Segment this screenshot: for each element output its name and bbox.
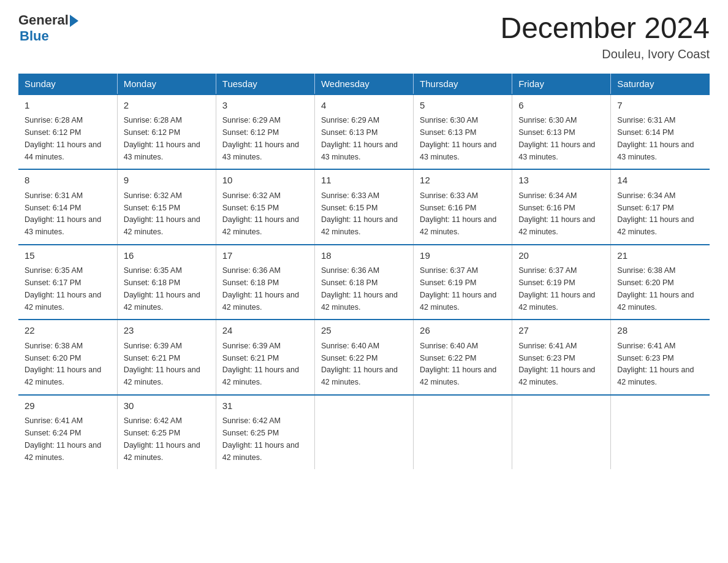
day-number: 24 [222,324,308,338]
day-number: 20 [518,249,604,263]
day-number: 16 [124,249,210,263]
day-number: 14 [617,174,703,188]
day-info: Sunrise: 6:33 AMSunset: 6:16 PMDaylight:… [420,191,496,236]
day-number: 29 [25,399,111,413]
day-number: 9 [124,174,210,188]
day-number: 8 [25,174,111,188]
calendar-week-row: 22Sunrise: 6:38 AMSunset: 6:20 PMDayligh… [18,320,710,395]
day-info: Sunrise: 6:36 AMSunset: 6:18 PMDaylight:… [222,266,299,311]
day-number: 4 [321,99,407,113]
col-sunday: Sunday [18,74,117,94]
col-friday: Friday [512,74,611,94]
table-row: 16Sunrise: 6:35 AMSunset: 6:18 PMDayligh… [117,245,216,320]
table-row: 10Sunrise: 6:32 AMSunset: 6:15 PMDayligh… [216,169,314,245]
table-row: 9Sunrise: 6:32 AMSunset: 6:15 PMDaylight… [117,169,216,245]
day-number: 10 [222,174,308,188]
table-row: 27Sunrise: 6:41 AMSunset: 6:23 PMDayligh… [512,320,611,395]
calendar-week-row: 15Sunrise: 6:35 AMSunset: 6:17 PMDayligh… [18,245,710,320]
table-row: 24Sunrise: 6:39 AMSunset: 6:21 PMDayligh… [216,320,314,395]
day-info: Sunrise: 6:40 AMSunset: 6:22 PMDaylight:… [420,342,496,386]
table-row [512,395,611,470]
table-row: 8Sunrise: 6:31 AMSunset: 6:14 PMDaylight… [18,169,117,245]
day-info: Sunrise: 6:42 AMSunset: 6:25 PMDaylight:… [222,416,299,461]
day-number: 21 [617,249,703,263]
day-number: 30 [124,399,210,413]
day-number: 6 [518,99,604,113]
day-number: 2 [124,99,210,113]
logo-general-text: General [18,12,69,28]
calendar-table: Sunday Monday Tuesday Wednesday Thursday… [18,74,710,470]
col-thursday: Thursday [414,74,512,94]
logo: General Blue [18,12,78,44]
table-row: 1Sunrise: 6:28 AMSunset: 6:12 PMDaylight… [18,94,117,170]
day-info: Sunrise: 6:30 AMSunset: 6:13 PMDaylight:… [420,116,496,161]
day-info: Sunrise: 6:41 AMSunset: 6:24 PMDaylight:… [25,416,101,461]
day-info: Sunrise: 6:30 AMSunset: 6:13 PMDaylight:… [518,116,595,161]
day-info: Sunrise: 6:40 AMSunset: 6:22 PMDaylight:… [321,342,398,386]
day-info: Sunrise: 6:28 AMSunset: 6:12 PMDaylight:… [124,116,200,161]
logo-top: General [18,12,78,28]
table-row: 29Sunrise: 6:41 AMSunset: 6:24 PMDayligh… [18,395,117,470]
title-section: December 2024 Douleu, Ivory Coast [500,12,710,61]
day-info: Sunrise: 6:32 AMSunset: 6:15 PMDaylight:… [222,191,299,236]
table-row: 13Sunrise: 6:34 AMSunset: 6:16 PMDayligh… [512,169,611,245]
day-info: Sunrise: 6:38 AMSunset: 6:20 PMDaylight:… [25,342,101,386]
day-number: 31 [222,399,308,413]
day-info: Sunrise: 6:41 AMSunset: 6:23 PMDaylight:… [518,342,595,386]
day-info: Sunrise: 6:42 AMSunset: 6:25 PMDaylight:… [124,416,200,461]
day-info: Sunrise: 6:39 AMSunset: 6:21 PMDaylight:… [222,342,299,386]
day-number: 27 [518,324,604,338]
day-number: 13 [518,174,604,188]
day-info: Sunrise: 6:39 AMSunset: 6:21 PMDaylight:… [124,342,200,386]
table-row [414,395,512,470]
day-info: Sunrise: 6:34 AMSunset: 6:16 PMDaylight:… [518,191,595,236]
day-number: 23 [124,324,210,338]
day-number: 1 [25,99,111,113]
day-info: Sunrise: 6:32 AMSunset: 6:15 PMDaylight:… [124,191,200,236]
day-number: 26 [420,324,506,338]
logo-blue-text: Blue [20,28,49,44]
table-row: 20Sunrise: 6:37 AMSunset: 6:19 PMDayligh… [512,245,611,320]
calendar-week-row: 29Sunrise: 6:41 AMSunset: 6:24 PMDayligh… [18,395,710,470]
table-row: 23Sunrise: 6:39 AMSunset: 6:21 PMDayligh… [117,320,216,395]
day-info: Sunrise: 6:37 AMSunset: 6:19 PMDaylight:… [420,266,496,311]
month-year-title: December 2024 [500,12,710,45]
table-row: 14Sunrise: 6:34 AMSunset: 6:17 PMDayligh… [611,169,710,245]
table-row: 19Sunrise: 6:37 AMSunset: 6:19 PMDayligh… [414,245,512,320]
calendar-header-row: Sunday Monday Tuesday Wednesday Thursday… [18,74,710,94]
location-subtitle: Douleu, Ivory Coast [500,47,710,61]
day-info: Sunrise: 6:35 AMSunset: 6:17 PMDaylight:… [25,266,101,311]
table-row [611,395,710,470]
table-row: 2Sunrise: 6:28 AMSunset: 6:12 PMDaylight… [117,94,216,170]
col-wednesday: Wednesday [314,74,413,94]
table-row: 4Sunrise: 6:29 AMSunset: 6:13 PMDaylight… [314,94,413,170]
day-number: 7 [617,99,703,113]
table-row: 12Sunrise: 6:33 AMSunset: 6:16 PMDayligh… [414,169,512,245]
table-row: 21Sunrise: 6:38 AMSunset: 6:20 PMDayligh… [611,245,710,320]
page-header: General Blue December 2024 Douleu, Ivory… [18,12,710,61]
day-number: 25 [321,324,407,338]
day-number: 22 [25,324,111,338]
table-row: 22Sunrise: 6:38 AMSunset: 6:20 PMDayligh… [18,320,117,395]
day-info: Sunrise: 6:36 AMSunset: 6:18 PMDaylight:… [321,266,398,311]
day-info: Sunrise: 6:35 AMSunset: 6:18 PMDaylight:… [124,266,200,311]
table-row: 31Sunrise: 6:42 AMSunset: 6:25 PMDayligh… [216,395,314,470]
day-info: Sunrise: 6:38 AMSunset: 6:20 PMDaylight:… [617,266,694,311]
day-info: Sunrise: 6:28 AMSunset: 6:12 PMDaylight:… [25,116,101,161]
table-row: 18Sunrise: 6:36 AMSunset: 6:18 PMDayligh… [314,245,413,320]
table-row: 15Sunrise: 6:35 AMSunset: 6:17 PMDayligh… [18,245,117,320]
table-row: 11Sunrise: 6:33 AMSunset: 6:15 PMDayligh… [314,169,413,245]
table-row: 25Sunrise: 6:40 AMSunset: 6:22 PMDayligh… [314,320,413,395]
day-number: 12 [420,174,506,188]
table-row: 3Sunrise: 6:29 AMSunset: 6:12 PMDaylight… [216,94,314,170]
day-number: 5 [420,99,506,113]
day-info: Sunrise: 6:29 AMSunset: 6:13 PMDaylight:… [321,116,398,161]
col-saturday: Saturday [611,74,710,94]
day-info: Sunrise: 6:37 AMSunset: 6:19 PMDaylight:… [518,266,595,311]
table-row: 17Sunrise: 6:36 AMSunset: 6:18 PMDayligh… [216,245,314,320]
calendar-week-row: 1Sunrise: 6:28 AMSunset: 6:12 PMDaylight… [18,94,710,170]
day-number: 18 [321,249,407,263]
day-info: Sunrise: 6:34 AMSunset: 6:17 PMDaylight:… [617,191,694,236]
day-info: Sunrise: 6:31 AMSunset: 6:14 PMDaylight:… [617,116,694,161]
logo-arrow-icon [70,15,78,27]
